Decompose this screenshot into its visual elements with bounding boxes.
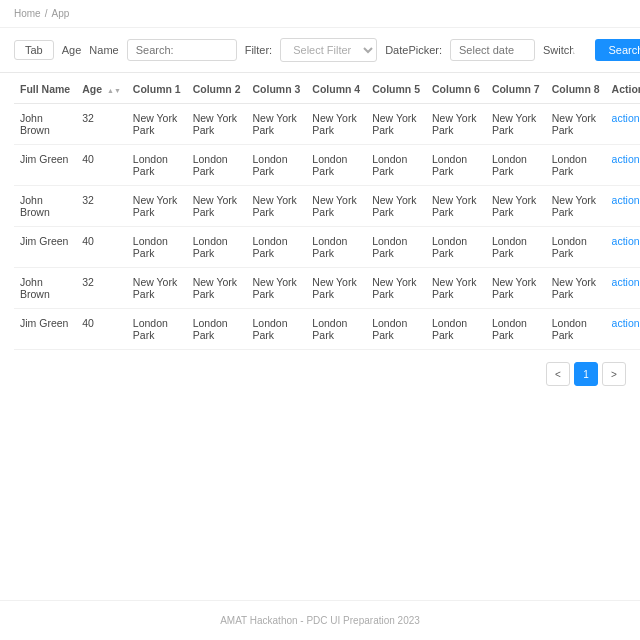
breadcrumb-home[interactable]: Home xyxy=(14,8,41,19)
age-sort-icon[interactable]: ▲▼ xyxy=(107,87,121,94)
cell-col6: New York Park xyxy=(426,186,486,227)
cell-col2: London Park xyxy=(187,227,247,268)
cell-col1: New York Park xyxy=(127,104,187,145)
th-age: Age ▲▼ xyxy=(76,73,127,104)
search-input[interactable] xyxy=(127,39,237,61)
cell-col7: New York Park xyxy=(486,104,546,145)
cell-col4: New York Park xyxy=(306,186,366,227)
cell-col3: New York Park xyxy=(247,104,307,145)
cell-col3: London Park xyxy=(247,309,307,350)
cell-age: 40 xyxy=(76,227,127,268)
cell-col4: London Park xyxy=(306,145,366,186)
th-col7: Column 7 xyxy=(486,73,546,104)
cell-col4: New York Park xyxy=(306,268,366,309)
cell-age: 32 xyxy=(76,268,127,309)
filter-label: Filter: xyxy=(245,44,273,56)
cell-col1: London Park xyxy=(127,227,187,268)
th-fullname: Full Name xyxy=(14,73,76,104)
th-col8: Column 8 xyxy=(546,73,606,104)
cell-name: John Brown xyxy=(14,104,76,145)
cell-action[interactable]: action xyxy=(606,104,640,145)
cell-name: John Brown xyxy=(14,186,76,227)
table-row: Jim Green 40 London Park London Park Lon… xyxy=(14,227,640,268)
table-row: John Brown 32 New York Park New York Par… xyxy=(14,186,640,227)
cell-col5: London Park xyxy=(366,145,426,186)
cell-col1: London Park xyxy=(127,309,187,350)
cell-col3: New York Park xyxy=(247,186,307,227)
page-1-button[interactable]: 1 xyxy=(574,362,598,386)
next-page-button[interactable]: > xyxy=(602,362,626,386)
cell-col3: New York Park xyxy=(247,268,307,309)
name-label: Name xyxy=(89,44,118,56)
cell-col5: London Park xyxy=(366,309,426,350)
cell-name: Jim Green xyxy=(14,309,76,350)
search-button[interactable]: Search xyxy=(595,39,641,61)
th-col5: Column 5 xyxy=(366,73,426,104)
cell-col5: New York Park xyxy=(366,268,426,309)
age-label: Age xyxy=(62,44,82,56)
cell-col7: London Park xyxy=(486,145,546,186)
cell-col8: London Park xyxy=(546,145,606,186)
tab-button[interactable]: Tab xyxy=(14,40,54,60)
table-header-row: Full Name Age ▲▼ Column 1 Column 2 Colum… xyxy=(14,73,640,104)
cell-age: 32 xyxy=(76,186,127,227)
cell-col1: New York Park xyxy=(127,268,187,309)
cell-action[interactable]: action xyxy=(606,186,640,227)
cell-action[interactable]: action xyxy=(606,227,640,268)
cell-col4: London Park xyxy=(306,227,366,268)
footer-text: AMAT Hackathon - PDC UI Preparation 2023 xyxy=(220,615,420,626)
pagination: < 1 > xyxy=(0,350,640,398)
cell-col8: New York Park xyxy=(546,186,606,227)
cell-name: Jim Green xyxy=(14,227,76,268)
cell-col5: New York Park xyxy=(366,104,426,145)
breadcrumb-current: App xyxy=(51,8,69,19)
footer: AMAT Hackathon - PDC UI Preparation 2023 xyxy=(0,600,640,640)
breadcrumb: Home / App xyxy=(0,0,640,28)
th-col4: Column 4 xyxy=(306,73,366,104)
cell-age: 32 xyxy=(76,104,127,145)
th-col1: Column 1 xyxy=(127,73,187,104)
table-row: Jim Green 40 London Park London Park Lon… xyxy=(14,145,640,186)
cell-col8: London Park xyxy=(546,227,606,268)
cell-col6: New York Park xyxy=(426,268,486,309)
cell-col2: London Park xyxy=(187,145,247,186)
cell-col4: New York Park xyxy=(306,104,366,145)
cell-col7: London Park xyxy=(486,227,546,268)
cell-col2: New York Park xyxy=(187,186,247,227)
cell-col5: New York Park xyxy=(366,186,426,227)
cell-col6: London Park xyxy=(426,309,486,350)
cell-col3: London Park xyxy=(247,227,307,268)
cell-col1: London Park xyxy=(127,145,187,186)
cell-action[interactable]: action xyxy=(606,309,640,350)
th-col6: Column 6 xyxy=(426,73,486,104)
cell-action[interactable]: action xyxy=(606,268,640,309)
table-container: Full Name Age ▲▼ Column 1 Column 2 Colum… xyxy=(0,73,640,350)
cell-col7: New York Park xyxy=(486,268,546,309)
datepicker-input[interactable] xyxy=(450,39,535,61)
table-row: John Brown 32 New York Park New York Par… xyxy=(14,268,640,309)
prev-page-button[interactable]: < xyxy=(546,362,570,386)
cell-col8: New York Park xyxy=(546,268,606,309)
th-col3: Column 3 xyxy=(247,73,307,104)
data-table: Full Name Age ▲▼ Column 1 Column 2 Colum… xyxy=(14,73,640,350)
cell-col2: London Park xyxy=(187,309,247,350)
cell-col4: London Park xyxy=(306,309,366,350)
cell-col8: New York Park xyxy=(546,104,606,145)
cell-name: John Brown xyxy=(14,268,76,309)
table-body: John Brown 32 New York Park New York Par… xyxy=(14,104,640,350)
breadcrumb-separator: / xyxy=(45,8,48,19)
cell-age: 40 xyxy=(76,309,127,350)
toolbar: Tab Age Name Filter: Select Filter DateP… xyxy=(0,28,640,73)
cell-col6: London Park xyxy=(426,145,486,186)
cell-action[interactable]: action xyxy=(606,145,640,186)
filter-select[interactable]: Select Filter xyxy=(280,38,377,62)
cell-col2: New York Park xyxy=(187,268,247,309)
cell-col8: London Park xyxy=(546,309,606,350)
datepicker-label: DatePicker: xyxy=(385,44,442,56)
cell-col3: London Park xyxy=(247,145,307,186)
table-row: Jim Green 40 London Park London Park Lon… xyxy=(14,309,640,350)
cell-col2: New York Park xyxy=(187,104,247,145)
cell-col7: London Park xyxy=(486,309,546,350)
table-row: John Brown 32 New York Park New York Par… xyxy=(14,104,640,145)
cell-col7: New York Park xyxy=(486,186,546,227)
